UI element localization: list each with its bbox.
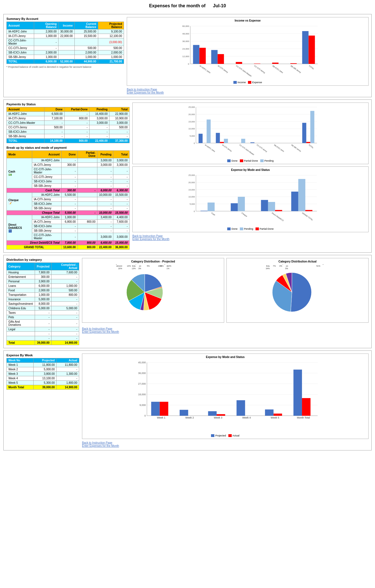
table-cell: Month Total	[7, 385, 34, 390]
table-cell: IA-CITI-Jenny	[32, 197, 61, 202]
svg-text:60,000: 60,000	[182, 25, 189, 27]
enter-expenses-link-1[interactable]: Enter Expenses for the Month	[127, 91, 369, 94]
table-cell: Personal	[7, 279, 35, 284]
pie-actual-chart: Category Distribution-Actual Housing51%C…	[226, 258, 369, 323]
enter-expenses-link-2[interactable]: Enter Expenses for the Month	[132, 238, 369, 241]
svg-text:CC-CITI-Jenny: CC-CITI-Jenny	[256, 144, 268, 153]
table-cell	[78, 163, 97, 167]
svg-text:Week 2: Week 2	[185, 416, 194, 419]
enter-expenses-link-3[interactable]: Enter Expenses for the Month	[82, 330, 369, 333]
back-link-4[interactable]: Back to Instruction Page	[82, 441, 369, 444]
svg-text:TOTAL: TOTAL	[308, 144, 314, 149]
table-cell: 6,300.00	[113, 188, 130, 193]
payments-table-title: Payments by Status	[6, 103, 130, 106]
legend-expense-label: Expense	[252, 81, 262, 84]
table-cell: SB-ICICI-John	[7, 130, 44, 134]
col-income: Income	[58, 22, 75, 29]
table-cell: -	[44, 134, 65, 139]
svg-text:12,000: 12,000	[182, 55, 189, 58]
table-cell: -	[97, 167, 113, 175]
table-cell: 1,800.00	[57, 381, 79, 385]
table-cell: -	[64, 121, 89, 125]
table-cell: 6,800.00	[62, 220, 78, 224]
table-cell: -	[34, 46, 58, 50]
table-cell: Cheque Total	[7, 211, 62, 215]
back-link-3[interactable]: Back to Instruction Page	[82, 327, 369, 330]
svg-rect-93	[261, 200, 268, 211]
svg-rect-69	[310, 111, 314, 143]
table-cell: Week 4	[7, 376, 34, 381]
week-table: Week No Projected Actual Week 1 11,800.0…	[6, 358, 79, 390]
svg-rect-101	[275, 210, 282, 211]
table-cell: 21,700.00	[98, 59, 124, 64]
svg-text:18,000: 18,000	[138, 393, 146, 396]
table-cell: Food	[7, 288, 35, 293]
table-cell: SB-SBI-Jenny	[32, 229, 61, 233]
table-cell: TOTAL	[7, 139, 44, 143]
mode-col-mode: Mode	[7, 151, 32, 158]
table-cell: 15,500.00	[113, 211, 130, 215]
svg-text:0: 0	[144, 414, 146, 417]
svg-rect-94	[291, 192, 298, 211]
svg-rect-96	[238, 197, 245, 211]
table-cell: 7,100.00	[44, 116, 65, 121]
table-cell	[78, 233, 97, 241]
svg-text:25,000: 25,000	[188, 174, 195, 176]
table-cell: 3,000.00	[113, 158, 130, 163]
table-cell: 7,800.00	[62, 241, 78, 245]
svg-text:Savings/Investment20%: Savings/Investment20%	[111, 264, 122, 269]
svg-text:TOTAL: TOTAL	[308, 65, 315, 70]
table-cell: 1,000.00	[34, 55, 58, 59]
table-cell: Week 1	[7, 363, 34, 367]
back-link-1[interactable]: Back to Instruction Page	[127, 88, 369, 91]
mode-col-partial: Partial-Done	[78, 151, 97, 158]
table-cell: SB-SBI-Jenny	[7, 55, 34, 59]
svg-text:9,000: 9,000	[139, 404, 146, 406]
back-link-2[interactable]: Back to Instruction Page	[132, 234, 369, 238]
table-cell: 7,800.00	[35, 270, 51, 275]
table-cell: -	[113, 224, 130, 229]
table-cell: 6,000.00	[34, 59, 58, 64]
table-cell: 500.00	[74, 46, 98, 50]
table-cell: -	[113, 167, 130, 175]
table-cell: 12,100.00	[98, 34, 124, 38]
table-cell: SB-ICICI-John	[7, 50, 34, 55]
table-cell	[58, 46, 75, 50]
table-cell: -	[97, 206, 113, 211]
mode-status-chart: Expense by Mode and Status 05,00010,0001…	[132, 166, 369, 232]
enter-expenses-link-4[interactable]: Enter Expenses for the Month	[82, 444, 369, 447]
chart1-title: Income vs Expense	[129, 19, 367, 22]
svg-rect-136	[180, 410, 188, 416]
table-cell: 22,900.00	[109, 112, 130, 116]
table-cell: 6,000.00	[97, 188, 113, 193]
table-cell: 3,300.00	[113, 163, 130, 167]
table-cell	[74, 38, 98, 46]
col-account: Account	[7, 22, 34, 29]
table-cell: -	[57, 376, 79, 381]
table-cell: -	[35, 336, 51, 341]
svg-rect-135	[151, 402, 160, 416]
legend-partial-done: Partial-Done	[240, 159, 258, 162]
svg-text:IA-CITI-Jenny: IA-CITI-Jenny	[222, 144, 233, 152]
svg-rect-62	[306, 142, 310, 143]
table-cell: -	[51, 311, 79, 315]
table-cell: 500.00	[51, 288, 79, 293]
table-cell: 800.00	[64, 116, 89, 121]
section-weekly: Expense By Week Week No Projected Actual…	[3, 350, 372, 450]
table-cell: -	[113, 202, 130, 206]
svg-rect-20	[302, 31, 309, 64]
legend-pending: Pending	[260, 159, 274, 162]
table-cell: 3,000.00	[97, 158, 113, 163]
table-cell: Direct Debit/ECS Total	[7, 241, 62, 245]
svg-text:CC-CITI-John-Master: CC-CITI-John-Master	[239, 144, 255, 156]
svg-rect-141	[160, 402, 168, 416]
dist-col-cat: Category	[7, 263, 35, 270]
table-cell: 22,400.00	[89, 139, 109, 143]
table-cell: CC-CITI-Jenny	[32, 175, 61, 179]
svg-text:ChildrensEdu34%: ChildrensEdu34%	[261, 264, 270, 269]
table-cell: -	[64, 134, 89, 139]
table-cell: 36,800.00	[113, 245, 130, 250]
table-cell: 13,100.00	[34, 376, 57, 381]
svg-text:Week 4: Week 4	[242, 416, 251, 419]
table-cell: -	[57, 367, 79, 372]
